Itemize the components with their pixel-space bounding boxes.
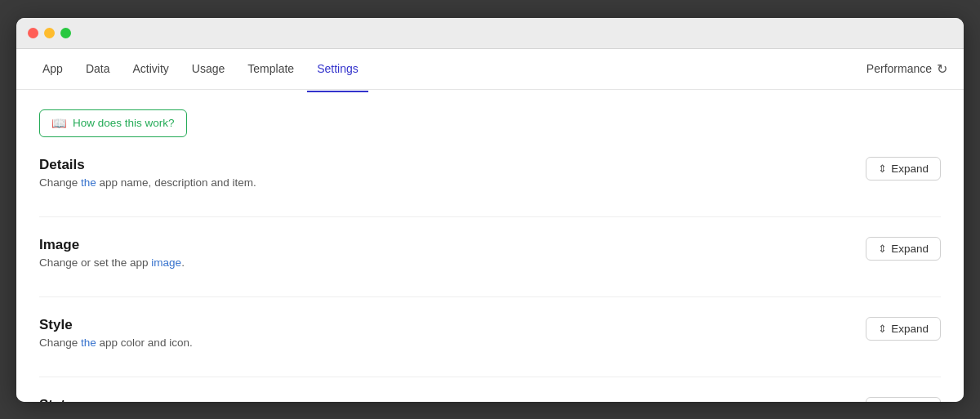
expand-icon-details: ⇕ bbox=[878, 163, 887, 175]
details-header: Details Change the app name, description… bbox=[39, 157, 941, 194]
details-expand-label: Expand bbox=[891, 163, 929, 175]
performance-button[interactable]: Performance ↻ bbox=[866, 61, 947, 77]
image-expand-button[interactable]: ⇕ Expand bbox=[866, 237, 941, 261]
details-expand-button[interactable]: ⇕ Expand bbox=[866, 157, 941, 181]
image-header: Image Change or set the app image. ⇕ Exp… bbox=[39, 237, 941, 274]
details-title: Details bbox=[39, 157, 866, 173]
refresh-icon: ↻ bbox=[937, 61, 947, 77]
style-expand-button[interactable]: ⇕ Expand bbox=[866, 317, 941, 341]
titlebar bbox=[16, 18, 964, 49]
style-section: Style Change the app color and icon. ⇕ E… bbox=[39, 317, 941, 354]
image-expand-label: Expand bbox=[891, 243, 929, 255]
nav-right: Performance ↻ bbox=[866, 61, 947, 77]
tab-usage[interactable]: Usage bbox=[182, 56, 234, 82]
main-content: 📖 How does this work? Details Change the… bbox=[16, 90, 964, 402]
divider-2 bbox=[39, 296, 941, 297]
style-highlight: the bbox=[81, 337, 96, 349]
status-header: Status Change the app status. ⇕ Expand bbox=[39, 397, 941, 402]
performance-label: Performance bbox=[866, 62, 932, 75]
image-title: Image bbox=[39, 237, 866, 253]
tab-data[interactable]: Data bbox=[76, 56, 120, 82]
maximize-button[interactable] bbox=[60, 28, 71, 38]
status-content: Status Change the app status. bbox=[39, 397, 866, 402]
status-section: Status Change the app status. ⇕ Expand bbox=[39, 397, 941, 402]
expand-icon-style: ⇕ bbox=[878, 323, 887, 335]
nav-tabs: App Data Activity Usage Template Setting… bbox=[33, 56, 866, 82]
minimize-button[interactable] bbox=[44, 28, 55, 38]
status-title: Status bbox=[39, 397, 866, 402]
app-window: App Data Activity Usage Template Setting… bbox=[16, 18, 964, 402]
details-description: Change the app name, description and ite… bbox=[39, 176, 866, 189]
divider-3 bbox=[39, 377, 941, 377]
tab-app[interactable]: App bbox=[33, 56, 73, 82]
image-section: Image Change or set the app image. ⇕ Exp… bbox=[39, 237, 941, 274]
details-content: Details Change the app name, description… bbox=[39, 157, 866, 189]
image-description: Change or set the app image. bbox=[39, 256, 866, 269]
image-highlight: image bbox=[151, 256, 181, 269]
style-header: Style Change the app color and icon. ⇕ E… bbox=[39, 317, 941, 354]
status-expand-button[interactable]: ⇕ Expand bbox=[866, 397, 941, 402]
image-content: Image Change or set the app image. bbox=[39, 237, 866, 269]
details-highlight: the bbox=[81, 176, 96, 189]
traffic-lights bbox=[28, 28, 71, 38]
book-icon: 📖 bbox=[51, 116, 67, 131]
tab-activity[interactable]: Activity bbox=[123, 56, 179, 82]
help-button-label: How does this work? bbox=[73, 117, 175, 129]
expand-icon-image: ⇕ bbox=[878, 243, 887, 255]
style-expand-label: Expand bbox=[891, 323, 929, 335]
style-content: Style Change the app color and icon. bbox=[39, 317, 866, 349]
tab-settings[interactable]: Settings bbox=[307, 56, 368, 82]
style-description: Change the app color and icon. bbox=[39, 337, 866, 349]
style-title: Style bbox=[39, 317, 866, 333]
tab-template[interactable]: Template bbox=[238, 56, 304, 82]
details-section: Details Change the app name, description… bbox=[39, 157, 941, 194]
divider-1 bbox=[39, 216, 941, 217]
help-button[interactable]: 📖 How does this work? bbox=[39, 109, 187, 137]
close-button[interactable] bbox=[28, 28, 38, 38]
nav-bar: App Data Activity Usage Template Setting… bbox=[16, 49, 964, 90]
